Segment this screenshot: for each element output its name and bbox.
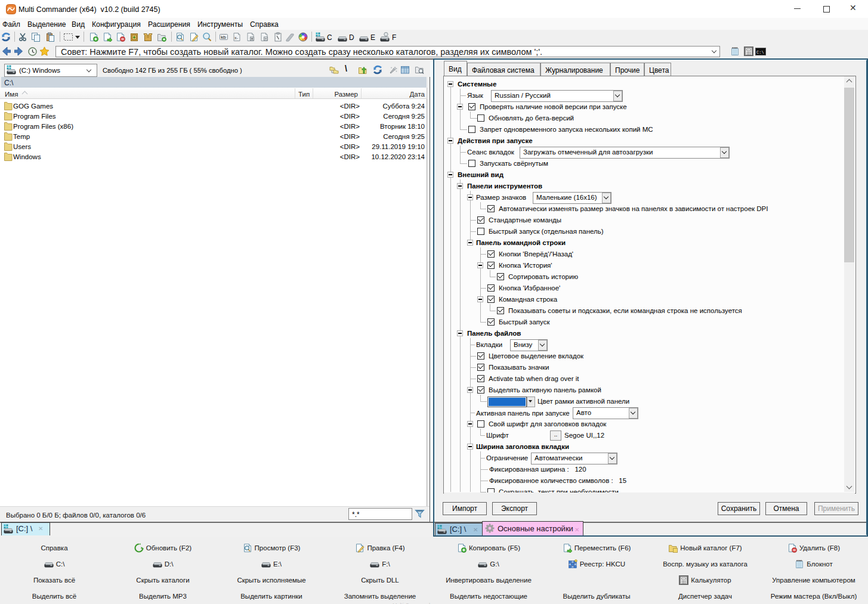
svg-text:kb: kb xyxy=(221,35,226,40)
svg-text:x-: x- xyxy=(234,36,239,40)
svg-text:C:\: C:\ xyxy=(756,50,764,55)
